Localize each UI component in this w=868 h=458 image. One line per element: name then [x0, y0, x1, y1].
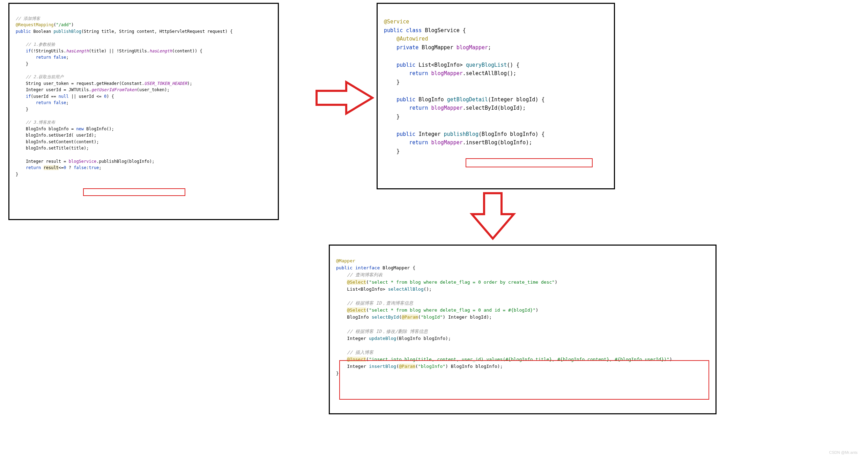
code-text: BlogInfo — [415, 96, 447, 103]
code-text: String user_token = request.getHeader(Co… — [16, 81, 144, 86]
method: selectById — [372, 314, 399, 320]
code-text — [384, 44, 396, 51]
code-text: ); — [187, 81, 192, 86]
watermark: CSDN @Mr.ants — [829, 450, 858, 455]
keyword: public — [396, 131, 415, 137]
code-text: BlogInfo — [336, 314, 372, 320]
constant: USER_TOKEN_HEADER — [144, 81, 187, 86]
annotation: @Param — [402, 314, 418, 320]
method: selectAllBlog — [388, 286, 424, 292]
code-text — [16, 55, 36, 60]
method: updateBlog — [369, 336, 396, 341]
code-text: <= — [59, 165, 64, 170]
code-text: ) — [71, 22, 74, 27]
code-text: : — [86, 165, 89, 170]
code-text: Integer — [336, 364, 369, 369]
arrow-right-icon — [315, 80, 374, 115]
field: blogService — [69, 159, 96, 164]
code-text: ) { — [106, 94, 114, 99]
code-text — [384, 105, 409, 111]
code-panel-controller: // 添加博客 @RequestMapping("/add") public B… — [8, 3, 279, 220]
annotation: @Select — [347, 279, 366, 285]
keyword: public class — [384, 27, 422, 34]
comment: // 根据博客 ID，修改/删除 博客信息 — [336, 329, 428, 334]
field: blogMapper — [431, 70, 462, 77]
code-panel-service: @Service public class BlogService { @Aut… — [377, 3, 615, 189]
code-text: .publishBlog(blogInfo); — [96, 159, 154, 164]
keyword: return — [409, 139, 428, 146]
string: "blogId" — [421, 314, 443, 320]
code-text: ? — [66, 165, 74, 170]
code-text: Integer — [336, 336, 369, 341]
comment: // 查询博客列表 — [336, 272, 383, 277]
method: hasLength — [66, 49, 89, 53]
number: 0 — [64, 165, 66, 170]
code-text: (String title, String content, HttpServl… — [81, 29, 232, 34]
code-text: BlogInfo blogInfo = — [16, 126, 76, 131]
code-text: ( — [415, 364, 418, 369]
code-text: ; — [66, 55, 69, 60]
code-text: List<BlogInfo> — [415, 62, 466, 68]
string: "select * from blog where delete_flag = … — [369, 307, 535, 313]
field: blogMapper — [431, 105, 462, 111]
keyword: return false — [36, 55, 66, 60]
keyword: return false — [36, 100, 66, 105]
code-text: (!StringUtils. — [31, 49, 66, 53]
method: publishBlog — [444, 131, 478, 137]
keyword: public interface — [336, 265, 380, 270]
method: hasLength — [149, 49, 172, 53]
code-text: blogInfo.setUserId( userId); — [16, 133, 96, 138]
method: queryBlogList — [466, 62, 507, 68]
code-text: ) — [535, 307, 538, 313]
keyword: public — [396, 96, 415, 103]
method: publishBlog — [53, 29, 81, 34]
keyword: if — [26, 49, 31, 53]
code-text — [336, 357, 347, 362]
code-text: .selectAllBlog(); — [463, 70, 517, 77]
code-text: } — [384, 114, 400, 120]
string: "blogInfo" — [418, 364, 445, 369]
code-text — [41, 165, 43, 170]
code-text: } — [16, 107, 28, 112]
code-text: Integer — [415, 131, 444, 137]
code-text: } — [384, 148, 400, 154]
comment: // 根据博客 ID，查询博客信息 — [336, 300, 413, 306]
annotation: @Service — [384, 19, 409, 25]
code-text: ( — [418, 314, 421, 320]
code-text: || userId <= — [69, 94, 104, 99]
field: blogMapper — [457, 44, 488, 51]
keyword: public — [396, 62, 415, 68]
code-text: ) — [555, 279, 557, 285]
code-text: } — [336, 371, 339, 376]
code-text: ( — [53, 22, 56, 27]
keyword: public — [16, 29, 31, 34]
code-text: ) — [669, 357, 672, 362]
code-text: (title) || !StringUtils. — [89, 49, 149, 53]
code-text: ( — [366, 357, 369, 362]
code-text: ; — [488, 44, 491, 51]
annotation: @Autowired — [384, 36, 428, 42]
code-text: BlogInfo(); — [84, 126, 114, 131]
comment: // 添加博客 — [16, 16, 40, 21]
code-text — [16, 94, 26, 99]
comment: // 3.博客发布 — [16, 120, 55, 125]
code-text: ) BlogInfo blogInfo); — [445, 364, 503, 369]
code-text — [336, 279, 347, 285]
arrow-down-icon — [468, 191, 517, 240]
comment: // 1.参数校验 — [16, 42, 55, 47]
code-text: (userId == — [31, 94, 58, 99]
code-text: ( — [399, 314, 402, 320]
code-text — [384, 96, 396, 103]
highlighted: result — [44, 165, 59, 170]
code-text: (user_token); — [137, 87, 170, 92]
annotation: @Param — [399, 364, 415, 369]
keyword: false — [74, 165, 86, 170]
code-text: ( — [366, 279, 369, 285]
annotation: @Select — [347, 307, 366, 313]
code-text: (); — [423, 286, 431, 292]
keyword: return — [409, 70, 428, 77]
code-text: BlogService { — [422, 27, 466, 34]
method: getUserIdFromToken — [91, 87, 137, 92]
annotation: @RequestMapping — [16, 22, 53, 27]
string: "insert into blog(title, content, user_i… — [369, 357, 669, 362]
